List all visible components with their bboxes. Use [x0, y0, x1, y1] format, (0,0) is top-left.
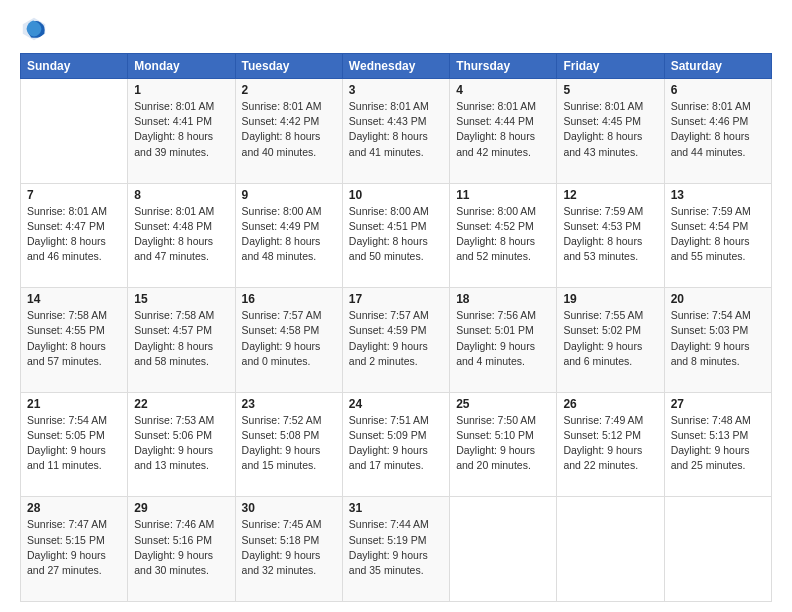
calendar-cell: 30Sunrise: 7:45 AMSunset: 5:18 PMDayligh…	[235, 497, 342, 602]
calendar-cell: 24Sunrise: 7:51 AMSunset: 5:09 PMDayligh…	[342, 392, 449, 497]
calendar-cell: 12Sunrise: 7:59 AMSunset: 4:53 PMDayligh…	[557, 183, 664, 288]
day-info: Sunrise: 7:53 AMSunset: 5:06 PMDaylight:…	[134, 413, 228, 474]
calendar-week-row: 14Sunrise: 7:58 AMSunset: 4:55 PMDayligh…	[21, 288, 772, 393]
day-of-week-header: Wednesday	[342, 54, 449, 79]
day-info: Sunrise: 8:01 AMSunset: 4:47 PMDaylight:…	[27, 204, 121, 265]
calendar-cell: 19Sunrise: 7:55 AMSunset: 5:02 PMDayligh…	[557, 288, 664, 393]
day-number: 29	[134, 501, 228, 515]
calendar-header-row: SundayMondayTuesdayWednesdayThursdayFrid…	[21, 54, 772, 79]
calendar-cell: 23Sunrise: 7:52 AMSunset: 5:08 PMDayligh…	[235, 392, 342, 497]
calendar-cell: 26Sunrise: 7:49 AMSunset: 5:12 PMDayligh…	[557, 392, 664, 497]
calendar-cell: 9Sunrise: 8:00 AMSunset: 4:49 PMDaylight…	[235, 183, 342, 288]
calendar-week-row: 28Sunrise: 7:47 AMSunset: 5:15 PMDayligh…	[21, 497, 772, 602]
day-number: 16	[242, 292, 336, 306]
calendar-cell	[450, 497, 557, 602]
day-info: Sunrise: 8:01 AMSunset: 4:45 PMDaylight:…	[563, 99, 657, 160]
day-number: 6	[671, 83, 765, 97]
day-info: Sunrise: 7:54 AMSunset: 5:03 PMDaylight:…	[671, 308, 765, 369]
day-number: 28	[27, 501, 121, 515]
day-number: 8	[134, 188, 228, 202]
calendar-cell: 14Sunrise: 7:58 AMSunset: 4:55 PMDayligh…	[21, 288, 128, 393]
day-of-week-header: Tuesday	[235, 54, 342, 79]
calendar-week-row: 21Sunrise: 7:54 AMSunset: 5:05 PMDayligh…	[21, 392, 772, 497]
day-number: 15	[134, 292, 228, 306]
day-info: Sunrise: 7:57 AMSunset: 4:58 PMDaylight:…	[242, 308, 336, 369]
day-number: 24	[349, 397, 443, 411]
day-info: Sunrise: 7:54 AMSunset: 5:05 PMDaylight:…	[27, 413, 121, 474]
calendar-week-row: 7Sunrise: 8:01 AMSunset: 4:47 PMDaylight…	[21, 183, 772, 288]
day-info: Sunrise: 8:01 AMSunset: 4:43 PMDaylight:…	[349, 99, 443, 160]
calendar-cell: 6Sunrise: 8:01 AMSunset: 4:46 PMDaylight…	[664, 79, 771, 184]
day-number: 21	[27, 397, 121, 411]
day-info: Sunrise: 7:49 AMSunset: 5:12 PMDaylight:…	[563, 413, 657, 474]
day-info: Sunrise: 7:55 AMSunset: 5:02 PMDaylight:…	[563, 308, 657, 369]
day-info: Sunrise: 8:00 AMSunset: 4:51 PMDaylight:…	[349, 204, 443, 265]
day-info: Sunrise: 7:59 AMSunset: 4:54 PMDaylight:…	[671, 204, 765, 265]
day-info: Sunrise: 8:01 AMSunset: 4:46 PMDaylight:…	[671, 99, 765, 160]
day-info: Sunrise: 7:45 AMSunset: 5:18 PMDaylight:…	[242, 517, 336, 578]
day-info: Sunrise: 7:51 AMSunset: 5:09 PMDaylight:…	[349, 413, 443, 474]
day-of-week-header: Monday	[128, 54, 235, 79]
day-info: Sunrise: 7:58 AMSunset: 4:55 PMDaylight:…	[27, 308, 121, 369]
day-info: Sunrise: 8:00 AMSunset: 4:52 PMDaylight:…	[456, 204, 550, 265]
day-of-week-header: Thursday	[450, 54, 557, 79]
day-number: 10	[349, 188, 443, 202]
calendar-cell: 16Sunrise: 7:57 AMSunset: 4:58 PMDayligh…	[235, 288, 342, 393]
day-info: Sunrise: 8:01 AMSunset: 4:42 PMDaylight:…	[242, 99, 336, 160]
day-info: Sunrise: 7:52 AMSunset: 5:08 PMDaylight:…	[242, 413, 336, 474]
page: SundayMondayTuesdayWednesdayThursdayFrid…	[0, 0, 792, 612]
day-number: 2	[242, 83, 336, 97]
day-info: Sunrise: 7:47 AMSunset: 5:15 PMDaylight:…	[27, 517, 121, 578]
day-info: Sunrise: 7:59 AMSunset: 4:53 PMDaylight:…	[563, 204, 657, 265]
day-number: 14	[27, 292, 121, 306]
calendar-cell: 25Sunrise: 7:50 AMSunset: 5:10 PMDayligh…	[450, 392, 557, 497]
calendar-cell: 1Sunrise: 8:01 AMSunset: 4:41 PMDaylight…	[128, 79, 235, 184]
calendar-cell: 22Sunrise: 7:53 AMSunset: 5:06 PMDayligh…	[128, 392, 235, 497]
day-number: 9	[242, 188, 336, 202]
day-info: Sunrise: 8:01 AMSunset: 4:44 PMDaylight:…	[456, 99, 550, 160]
day-number: 5	[563, 83, 657, 97]
logo-icon	[20, 15, 48, 43]
day-number: 13	[671, 188, 765, 202]
day-info: Sunrise: 8:00 AMSunset: 4:49 PMDaylight:…	[242, 204, 336, 265]
day-info: Sunrise: 7:56 AMSunset: 5:01 PMDaylight:…	[456, 308, 550, 369]
calendar-cell: 21Sunrise: 7:54 AMSunset: 5:05 PMDayligh…	[21, 392, 128, 497]
calendar-cell: 15Sunrise: 7:58 AMSunset: 4:57 PMDayligh…	[128, 288, 235, 393]
day-info: Sunrise: 7:57 AMSunset: 4:59 PMDaylight:…	[349, 308, 443, 369]
day-info: Sunrise: 7:44 AMSunset: 5:19 PMDaylight:…	[349, 517, 443, 578]
calendar-cell: 17Sunrise: 7:57 AMSunset: 4:59 PMDayligh…	[342, 288, 449, 393]
day-info: Sunrise: 8:01 AMSunset: 4:48 PMDaylight:…	[134, 204, 228, 265]
day-info: Sunrise: 8:01 AMSunset: 4:41 PMDaylight:…	[134, 99, 228, 160]
calendar-cell: 4Sunrise: 8:01 AMSunset: 4:44 PMDaylight…	[450, 79, 557, 184]
day-number: 30	[242, 501, 336, 515]
day-of-week-header: Sunday	[21, 54, 128, 79]
day-number: 4	[456, 83, 550, 97]
day-info: Sunrise: 7:48 AMSunset: 5:13 PMDaylight:…	[671, 413, 765, 474]
day-info: Sunrise: 7:46 AMSunset: 5:16 PMDaylight:…	[134, 517, 228, 578]
day-number: 11	[456, 188, 550, 202]
calendar-cell: 10Sunrise: 8:00 AMSunset: 4:51 PMDayligh…	[342, 183, 449, 288]
day-number: 17	[349, 292, 443, 306]
calendar-cell: 18Sunrise: 7:56 AMSunset: 5:01 PMDayligh…	[450, 288, 557, 393]
day-number: 27	[671, 397, 765, 411]
day-number: 26	[563, 397, 657, 411]
calendar-cell: 8Sunrise: 8:01 AMSunset: 4:48 PMDaylight…	[128, 183, 235, 288]
logo	[20, 15, 52, 43]
calendar-cell: 31Sunrise: 7:44 AMSunset: 5:19 PMDayligh…	[342, 497, 449, 602]
calendar-cell: 3Sunrise: 8:01 AMSunset: 4:43 PMDaylight…	[342, 79, 449, 184]
day-number: 19	[563, 292, 657, 306]
calendar-cell: 2Sunrise: 8:01 AMSunset: 4:42 PMDaylight…	[235, 79, 342, 184]
day-number: 18	[456, 292, 550, 306]
day-number: 20	[671, 292, 765, 306]
day-number: 22	[134, 397, 228, 411]
calendar-cell	[664, 497, 771, 602]
day-number: 31	[349, 501, 443, 515]
day-info: Sunrise: 7:50 AMSunset: 5:10 PMDaylight:…	[456, 413, 550, 474]
day-number: 1	[134, 83, 228, 97]
calendar-cell: 5Sunrise: 8:01 AMSunset: 4:45 PMDaylight…	[557, 79, 664, 184]
calendar-cell: 7Sunrise: 8:01 AMSunset: 4:47 PMDaylight…	[21, 183, 128, 288]
calendar-cell: 28Sunrise: 7:47 AMSunset: 5:15 PMDayligh…	[21, 497, 128, 602]
calendar-week-row: 1Sunrise: 8:01 AMSunset: 4:41 PMDaylight…	[21, 79, 772, 184]
header	[20, 15, 772, 43]
day-number: 3	[349, 83, 443, 97]
